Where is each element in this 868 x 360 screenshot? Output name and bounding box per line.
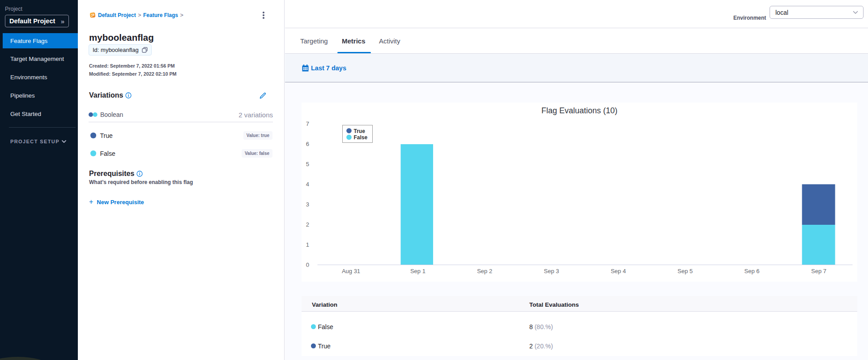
svg-text:0: 0 [306,261,309,268]
svg-text:Sep 6: Sep 6 [745,268,760,274]
svg-text:5: 5 [306,161,309,167]
svg-text:7: 7 [306,120,309,127]
svg-text:Flag Evaluations (10): Flag Evaluations (10) [541,106,617,115]
svg-text:False: False [354,134,368,141]
svg-text:3: 3 [306,201,309,208]
svg-text:Sep 2: Sep 2 [477,268,492,274]
svg-text:2: 2 [306,221,309,228]
svg-text:Aug 31: Aug 31 [342,268,360,274]
svg-text:Sep 3: Sep 3 [544,268,559,274]
svg-text:Sep 7: Sep 7 [811,268,826,274]
svg-text:1: 1 [306,241,309,248]
svg-text:True: True [354,128,366,134]
svg-text:Sep 5: Sep 5 [677,268,693,274]
svg-text:4: 4 [306,181,309,188]
svg-text:Sep 4: Sep 4 [611,268,626,274]
svg-text:Sep 1: Sep 1 [410,268,425,274]
svg-text:6: 6 [306,141,309,147]
